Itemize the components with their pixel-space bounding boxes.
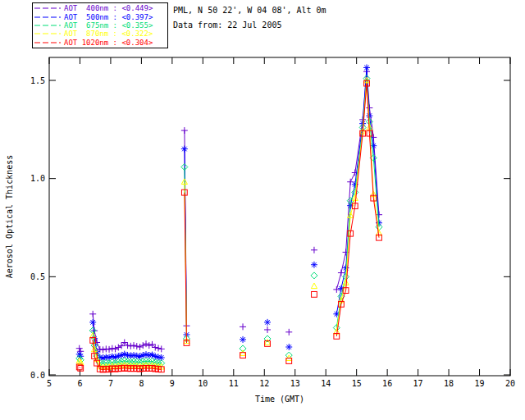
x-tick-label: 14 <box>321 379 331 388</box>
x-tick-label: 9 <box>170 379 175 388</box>
x-tick-label: 5 <box>47 379 52 388</box>
plot-frame <box>49 57 510 376</box>
series-aot-500nm <box>76 64 382 361</box>
x-tick-label: 16 <box>382 379 392 388</box>
aot-timeseries-chart: 567891011121314151617181920Time (GMT)0.0… <box>0 0 525 420</box>
x-tick-label: 18 <box>444 379 454 388</box>
y-axis: 0.00.51.01.5Aerosol Optical Thickness <box>5 76 510 380</box>
x-axis: 567891011121314151617181920Time (GMT) <box>47 57 515 404</box>
x-tick-label: 7 <box>108 379 113 388</box>
x-tick-label: 11 <box>229 379 239 388</box>
x-tick-label: 19 <box>475 379 485 388</box>
x-tick-label: 20 <box>505 379 515 388</box>
x-axis-title: Time (GMT) <box>255 395 304 404</box>
x-tick-label: 13 <box>290 379 300 388</box>
x-tick-label: 6 <box>77 379 82 388</box>
x-tick-label: 12 <box>259 379 269 388</box>
series-aot-870nm <box>76 77 382 369</box>
x-tick-label: 8 <box>139 379 144 388</box>
x-tick-label: 10 <box>198 379 208 388</box>
x-tick-label: 15 <box>352 379 362 388</box>
x-tick-label: 17 <box>413 379 423 388</box>
y-axis-title: Aerosol Optical Thickness <box>5 155 14 279</box>
y-tick-label: 1.5 <box>30 76 45 85</box>
y-tick-label: 1.0 <box>30 174 45 183</box>
series-aot-675nm <box>76 75 382 368</box>
y-tick-label: 0.5 <box>30 272 45 281</box>
y-tick-label: 0.0 <box>30 371 45 380</box>
series-aot-1020nm <box>76 80 381 372</box>
